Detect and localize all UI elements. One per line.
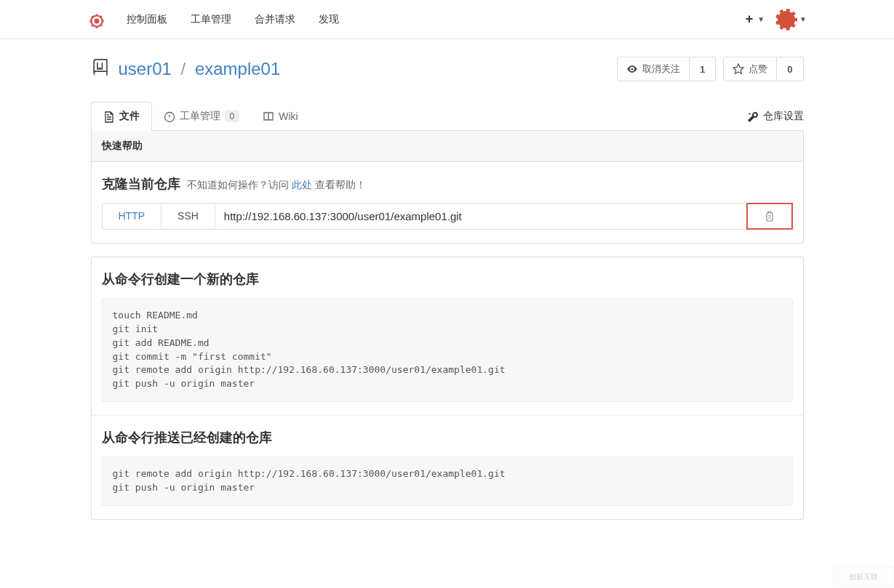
copy-url-button[interactable]: [746, 203, 793, 230]
nav-link-pulls[interactable]: 合并请求: [255, 13, 295, 26]
clone-url-input[interactable]: http://192.168.60.137:3000/user01/exampl…: [215, 203, 747, 230]
repo-owner-link[interactable]: user01: [119, 59, 172, 78]
star-count[interactable]: 0: [777, 57, 803, 81]
plus-icon: +: [746, 12, 754, 27]
tab-settings[interactable]: 仓库设置: [747, 102, 804, 130]
star-icon: [733, 63, 744, 76]
star-button[interactable]: 点赞: [723, 57, 777, 81]
push-existing-code[interactable]: git remote add origin http://192.168.60.…: [102, 456, 793, 506]
nav-links: 控制面板 工单管理 合并请求 发现: [127, 13, 746, 26]
push-existing-heading: 从命令行推送已经创建的仓库: [102, 429, 793, 446]
repo-name-link[interactable]: example01: [195, 59, 280, 78]
create-dropdown[interactable]: + ▼: [746, 12, 765, 27]
tab-files[interactable]: 文件: [91, 102, 152, 131]
repo-breadcrumb: user01 / example01: [119, 59, 281, 79]
file-icon: [103, 110, 115, 122]
proto-ssh-button[interactable]: SSH: [161, 203, 215, 230]
tab-wiki[interactable]: Wiki: [251, 103, 309, 130]
tab-files-label: 文件: [119, 110, 140, 123]
user-dropdown[interactable]: ▼: [778, 11, 807, 28]
repo-icon: [91, 59, 110, 80]
tab-settings-label: 仓库设置: [763, 110, 804, 123]
caret-down-icon: ▼: [757, 15, 765, 23]
avatar-icon: [778, 11, 795, 28]
watch-count[interactable]: 1: [690, 57, 716, 81]
tools-icon: [747, 110, 759, 122]
create-new-code[interactable]: touch README.md git init git add README.…: [102, 298, 793, 402]
repo-tabs: 文件 工单管理 0 Wiki 仓库设置: [91, 102, 804, 131]
top-nav: 控制面板 工单管理 合并请求 发现 + ▼ ▼: [0, 0, 894, 39]
watch-button-group: 取消关注 1: [617, 57, 716, 81]
star-button-group: 点赞 0: [723, 57, 803, 81]
nav-link-explore[interactable]: 发现: [319, 13, 339, 26]
eye-icon: [626, 63, 638, 76]
nav-link-issues[interactable]: 工单管理: [191, 13, 231, 26]
clone-url-row: HTTP SSH http://192.168.60.137:3000/user…: [102, 203, 793, 230]
caret-down-icon: ▼: [799, 15, 807, 23]
logo-icon[interactable]: [87, 12, 103, 28]
clone-subtitle: 不知道如何操作？访问 此处 查看帮助！: [187, 179, 366, 190]
clone-title: 克隆当前仓库: [102, 177, 180, 191]
tab-issues-count: 0: [225, 110, 240, 122]
clipboard-icon: [764, 210, 775, 222]
tab-wiki-label: Wiki: [279, 110, 298, 122]
create-new-heading: 从命令行创建一个新的仓库: [102, 270, 793, 288]
clone-help-link[interactable]: 此处: [292, 179, 312, 190]
quick-help-panel: 快速帮助 克隆当前仓库 不知道如何操作？访问 此处 查看帮助！ HTTP SSH…: [91, 131, 804, 243]
nav-right: + ▼ ▼: [746, 11, 807, 28]
proto-http-button[interactable]: HTTP: [102, 203, 162, 230]
alert-icon: [164, 110, 175, 122]
watch-button[interactable]: 取消关注: [617, 57, 690, 81]
tab-issues-label: 工单管理: [180, 110, 220, 123]
clone-sub-suffix: 查看帮助！: [312, 179, 366, 190]
quick-help-header: 快速帮助: [92, 131, 803, 162]
svg-rect-3: [767, 213, 773, 221]
tab-issues[interactable]: 工单管理 0: [152, 102, 252, 130]
repo-header: user01 / example01 取消关注 1 点赞 0: [91, 57, 804, 81]
breadcrumb-separator: /: [181, 59, 186, 78]
svg-point-1: [95, 19, 99, 23]
star-label: 点赞: [749, 63, 767, 76]
clone-sub-prefix: 不知道如何操作？访问: [187, 179, 292, 190]
create-new-panel: 从命令行创建一个新的仓库 touch README.md git init gi…: [91, 257, 804, 520]
nav-link-dashboard[interactable]: 控制面板: [127, 13, 167, 26]
watch-label: 取消关注: [642, 63, 680, 76]
book-icon: [263, 110, 274, 123]
